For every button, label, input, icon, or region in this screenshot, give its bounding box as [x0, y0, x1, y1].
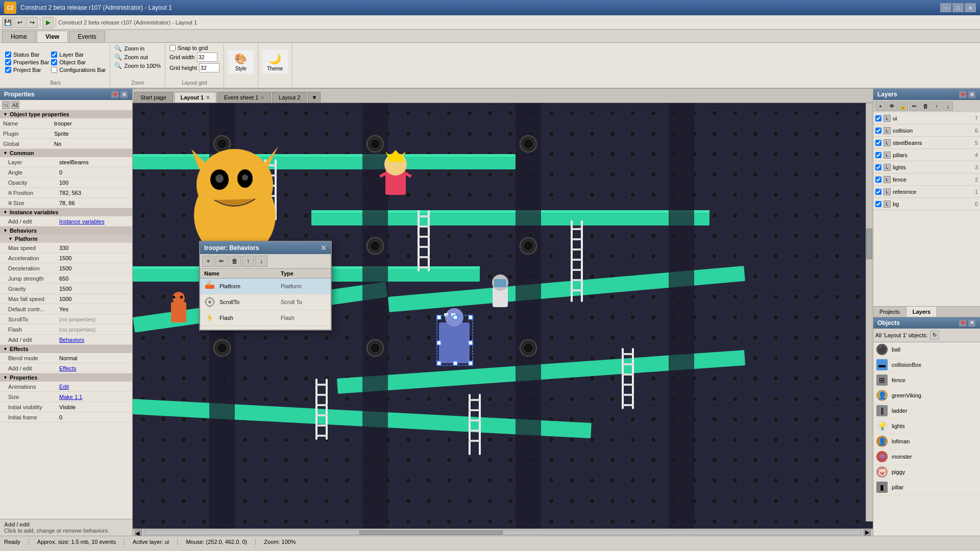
snap-to-grid-checkbox[interactable] [169, 45, 176, 51]
layer-row-steelbeams[interactable]: L steelBeams 5 [873, 137, 980, 149]
hscroll-track[interactable] [144, 530, 862, 535]
object-bar-check[interactable]: Object Bar [51, 59, 106, 65]
behavior-row-platform[interactable]: Platform Platform [200, 279, 331, 294]
layer-edit-button[interactable]: ✏ [909, 102, 919, 111]
behavior-up-button[interactable]: ↑ [242, 256, 254, 267]
obj-row-greenviking[interactable]: 👤 greenViking [873, 388, 980, 404]
obj-row-lights[interactable]: 💡 lights [873, 419, 980, 434]
status-bar-check[interactable]: Status Bar [5, 52, 49, 58]
layer-collision-visible[interactable] [875, 128, 881, 134]
zoom-100-row[interactable]: 🔍 Zoom to 100% [114, 62, 161, 69]
obj-row-fence[interactable]: ⊞ fence [873, 373, 980, 388]
tab-layout-1[interactable]: Layout 1 ✕ [174, 92, 216, 103]
layer-down-button[interactable]: ↓ [943, 102, 953, 111]
properties-bar-check[interactable]: Properties Bar [5, 59, 49, 65]
close-button[interactable]: ✕ [965, 3, 976, 12]
tab-view[interactable]: View [37, 31, 68, 42]
layer-ui-visible[interactable] [875, 115, 881, 121]
layers-close-button[interactable]: ✕ [968, 90, 976, 98]
run-button[interactable]: ▶ [42, 17, 54, 28]
zoom-in-row[interactable]: 🔍 Zoom in [114, 45, 161, 52]
obj-row-ladder[interactable]: ‖ ladder [873, 404, 980, 419]
hscroll-right-arrow[interactable]: ▶ [864, 530, 871, 536]
panel-pin-button[interactable]: 📌 [111, 90, 119, 98]
layer-steelbeams-visible[interactable] [875, 140, 881, 146]
layer-row-ui[interactable]: L ui 7 [873, 112, 980, 124]
sort-alpha-button[interactable]: AZ [11, 101, 19, 109]
game-canvas[interactable]: trooper: Behaviors ✕ + ✏ 🗑 ↑ ↓ Name Type [133, 103, 873, 529]
section-common[interactable]: ▼ Common [0, 149, 132, 157]
behavior-row-flash[interactable]: Flash Flash [200, 310, 331, 326]
behavior-delete-button[interactable]: 🗑 [229, 256, 241, 267]
layer-row-pillars[interactable]: L pillars 4 [873, 149, 980, 161]
layer-lights-visible[interactable] [875, 164, 881, 170]
behavior-add-button[interactable]: + [202, 256, 214, 267]
layer-row-reference[interactable]: L reference 1 [873, 186, 980, 198]
canvas-vscroll-thumb[interactable] [866, 229, 872, 259]
status-bar-checkbox[interactable] [5, 52, 11, 58]
objects-pin-button[interactable]: 📌 [959, 319, 967, 327]
zoom-out-row[interactable]: 🔍 Zoom out [114, 54, 161, 61]
obj-row-lofiman[interactable]: 👤 lofiman [873, 434, 980, 449]
layer-bar-checkbox[interactable] [51, 52, 57, 58]
configurations-bar-checkbox[interactable] [51, 67, 57, 73]
redo-button[interactable]: ↪ [27, 17, 38, 28]
panel-close-button[interactable]: ✕ [120, 90, 128, 98]
layer-lock-button[interactable]: 🔒 [898, 102, 908, 111]
tab-home[interactable]: Home [2, 31, 36, 42]
layers-pin-button[interactable]: 📌 [959, 90, 967, 98]
style-button[interactable]: 🎨 Style [228, 50, 254, 74]
section-object-type[interactable]: ▼ Object type properties [0, 110, 132, 118]
grid-height-input[interactable] [199, 63, 219, 72]
obj-row-collisionbox[interactable]: ▬ collisionBox [873, 358, 980, 373]
tab-scroll-arrow[interactable]: ▼ [308, 92, 321, 103]
layer-fence-visible[interactable] [875, 177, 881, 183]
tab-layout-1-close[interactable]: ✕ [206, 95, 210, 101]
properties-bar-checkbox[interactable] [5, 59, 11, 65]
behavior-down-button[interactable]: ↓ [255, 256, 267, 267]
configurations-bar-check[interactable]: Configurations Bar [51, 67, 106, 73]
layer-visibility-button[interactable]: 👁 [887, 102, 897, 111]
snap-to-grid-check[interactable]: Snap to grid [169, 45, 219, 51]
section-behaviors[interactable]: ▼ Behaviors [0, 227, 132, 235]
obj-row-monster[interactable]: 👾 monster [873, 449, 980, 465]
canvas-vertical-scrollbar[interactable] [866, 103, 873, 521]
tab-event-sheet-close[interactable]: ✕ [260, 95, 264, 101]
layer-row-fence[interactable]: L fence 2 [873, 173, 980, 186]
obj-row-piggy[interactable]: 🐷 piggy [873, 465, 980, 480]
theme-button[interactable]: 🌙 Theme [262, 50, 288, 74]
project-bar-check[interactable]: Project Bar [5, 67, 49, 73]
layer-row-lights[interactable]: L lights 3 [873, 161, 980, 173]
tab-event-sheet-1[interactable]: Event sheet 1 ✕ [217, 92, 271, 103]
tab-start-page[interactable]: Start page [134, 92, 173, 103]
tab-layers[interactable]: Layers [906, 307, 937, 317]
objects-refresh-button[interactable]: ↻ [930, 331, 939, 340]
restore-button[interactable]: □ [952, 3, 964, 12]
layer-pillars-visible[interactable] [875, 152, 881, 158]
undo-button[interactable]: ↩ [14, 17, 26, 28]
tab-events[interactable]: Events [69, 31, 105, 42]
layer-row-collision[interactable]: L collision 6 [873, 124, 980, 137]
grid-width-input[interactable] [197, 53, 217, 62]
behavior-row-scrollto[interactable]: ScrollTo Scroll To [200, 294, 331, 310]
layer-add-button[interactable]: + [875, 102, 886, 111]
save-button[interactable]: 💾 [2, 17, 13, 28]
layer-reference-visible[interactable] [875, 189, 881, 195]
behavior-edit-button[interactable]: ✏ [215, 256, 228, 267]
behaviors-popup-close[interactable]: ✕ [321, 244, 327, 252]
layer-up-button[interactable]: ↑ [932, 102, 942, 111]
layer-bar-check[interactable]: Layer Bar [51, 52, 106, 58]
tab-projects[interactable]: Projects [873, 307, 906, 317]
minimize-button[interactable]: ─ [940, 3, 951, 12]
tab-layout-2[interactable]: Layout 2 [272, 92, 307, 103]
canvas-horizontal-scrollbar[interactable]: ◀ ▶ [133, 529, 873, 536]
hscroll-left-arrow[interactable]: ◀ [135, 530, 142, 536]
section-effects[interactable]: ▼ Effects [0, 345, 132, 353]
section-instance-vars[interactable]: ▼ Instance variables [0, 208, 132, 216]
object-bar-checkbox[interactable] [51, 59, 57, 65]
layer-delete-button[interactable]: 🗑 [920, 102, 930, 111]
hscroll-thumb[interactable] [359, 531, 503, 535]
layer-row-bg[interactable]: L bg 0 [873, 198, 980, 210]
project-bar-checkbox[interactable] [5, 67, 11, 73]
obj-row-ball[interactable]: ⚫ ball [873, 342, 980, 358]
